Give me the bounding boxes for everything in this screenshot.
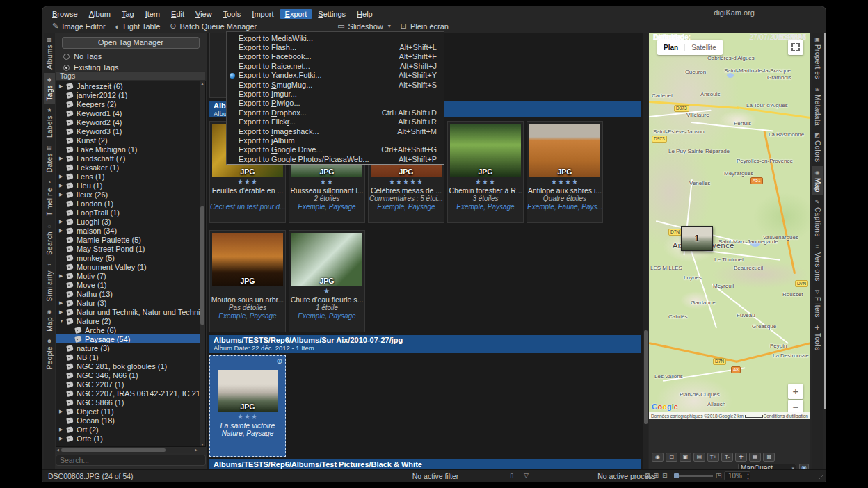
export-menu-item[interactable]: Export to Flash... Alt+Shift+L [227,42,444,51]
sidebar-tab[interactable]: ▽ Filters [812,285,823,321]
tag-tree-row[interactable]: NGC 2207, IRAS 06142-2121, IC 2163 [56,389,205,398]
star-rating[interactable]: ★★★★ [527,178,602,186]
star-rating[interactable]: ★★ [289,178,364,186]
tag-tree-row[interactable]: ▶ lieux (26) [56,190,205,199]
thumbnail-item[interactable]: JPG ★ Chute d'eau fleurie s... 1 étoile … [289,230,365,332]
tag-tree-row[interactable]: Move (1) [56,280,205,289]
expand-arrow-icon[interactable]: ▶ [59,427,66,432]
menu-item[interactable]: Import [246,9,279,19]
zoom-mode-icon[interactable]: ⊡ [662,472,668,479]
menu-item[interactable]: Help [351,9,378,19]
zoom-mode-icon[interactable]: ⊞ [654,472,659,479]
tag-tree-row[interactable]: ▶ Lens (1) [56,172,205,181]
expand-arrow-icon[interactable]: ▶ [59,83,66,89]
expand-arrow-icon[interactable]: ▶ [59,192,66,197]
map-tool-button[interactable]: ◉ [652,453,664,462]
resize-grip[interactable] [815,472,823,480]
tag-tree-row[interactable]: LoopTrail (1) [56,208,205,217]
tag-tree-row[interactable]: Paysage (54) [56,334,205,343]
expand-arrow-icon[interactable]: ▶ [59,436,66,441]
menu-item[interactable]: Settings [312,9,351,19]
tag-tree-row[interactable]: ▶ Landschaft (7) [56,154,205,163]
tag-tree-row[interactable]: Keepers (2) [56,99,205,108]
slideshow-button[interactable]: ▭ Slideshow ▾ [337,22,391,31]
tag-tree-row[interactable]: Lake Michigan (1) [56,145,205,154]
chevron-down-icon[interactable]: ▾ [388,23,391,29]
sidebar-tab[interactable]: ◆ Tags [44,73,55,104]
export-menu-item[interactable]: Export to jAlbum [227,136,444,145]
photo-map-marker[interactable]: 1 [681,226,713,251]
sidebar-tab[interactable]: ☻ People [44,334,55,373]
tag-tree-row[interactable]: ▶ Luoghi (3) [56,217,205,226]
expand-arrow-icon[interactable]: ▶ [59,409,66,414]
export-menu-item[interactable]: Export to Imageshack... Alt+Shift+M [227,127,444,136]
expand-arrow-icon[interactable]: ▶ [59,219,66,225]
tree-horizontal-scrollbar[interactable]: ◀ ▶ [56,448,198,453]
sidebar-tab[interactable]: ✚ Tools [812,321,823,354]
expand-arrow-icon[interactable]: ▶ [59,183,66,188]
map-tool-button[interactable]: ⊡ [666,453,677,462]
tag-tree-row[interactable]: ▶ Object (11) [56,407,205,416]
zoom-mode-icon[interactable]: ⊠ [645,472,650,479]
zoom-slider[interactable] [674,475,713,477]
tag-search-input[interactable] [56,455,206,466]
map-tool-button[interactable]: ⊠ [763,453,775,462]
map-satellite-button[interactable]: Satellite [684,44,723,51]
tag-tree-row[interactable]: ▶ Natur und Technik, Natur und Technik [56,307,205,316]
tag-tree-row[interactable]: ▼ Nature (2) [56,316,205,325]
menu-item[interactable]: View [190,9,218,19]
map-zoom-in-button[interactable]: + [788,384,803,399]
tag-tree-row[interactable]: nature (3) [56,343,205,352]
tag-tree-row[interactable]: Nathu (13) [56,289,205,298]
sidebar-tab[interactable]: ◉ Map [44,305,55,335]
content-vertical-scrollbar[interactable] [643,33,648,471]
tag-tree-row[interactable]: Arche (6) [56,325,205,334]
zoom-percent-dropdown[interactable]: 10% ▴▾ [724,471,750,480]
expand-arrow-icon[interactable]: ▶ [59,156,66,161]
menu-item[interactable]: Tools [218,9,247,19]
export-menu-item[interactable]: Export to Rajce.net... Alt+Shift+J [227,61,444,70]
tag-tree-row[interactable]: ▶ Ort (2) [56,425,205,434]
scrollbar-thumb[interactable] [644,330,648,424]
thumbnail-item[interactable]: JPG Mouton sous un arbr... Pas détoiles … [209,230,286,332]
tag-filter-radio[interactable]: No Tags [63,52,102,60]
spinner-arrows-icon[interactable]: ▴▾ [747,472,749,480]
terms-link[interactable]: Conditions d'utilisation [764,414,808,418]
tag-tree-row[interactable]: May Street Pond (1) [56,244,205,253]
sidebar-tab[interactable]: ◩ Colors [812,129,823,165]
zoom-slider-thumb[interactable] [674,473,679,478]
expand-arrow-icon[interactable]: ▶ [59,309,66,315]
tag-tree-row[interactable]: monkey (5) [56,253,205,262]
export-menu-item[interactable]: Export to Imgur... [227,89,444,98]
tag-tree-row[interactable]: ▶ Motiv (7) [56,271,205,280]
selected-thumbnail-item[interactable]: ⊕ JPG ★★★ La sainte victoire Nature, Pay… [209,355,286,457]
tag-tree-row[interactable]: janvier2012 (1) [56,90,205,99]
tag-tree-row[interactable]: ▶ Jahreszeit (6) [56,81,205,90]
menu-item[interactable]: Export [280,9,313,19]
tag-tree-row[interactable]: NB (1) [56,352,205,361]
tag-tree-row[interactable]: ▶ Lieu (1) [56,181,205,190]
sidebar-tab[interactable]: ◌ Search [44,220,55,259]
tag-tree-row[interactable]: Monument Valley (1) [56,262,205,271]
menu-item[interactable]: Edit [166,9,190,19]
tag-tree-row[interactable]: Mamie Paulette (5) [56,235,205,244]
fit-window-icon[interactable]: ◳ [716,472,722,479]
map-tool-button[interactable]: T+ [707,453,719,462]
export-menu-item[interactable]: Export to MediaWiki... [227,33,444,42]
sidebar-tab[interactable]: ≈ Similarity [44,259,55,305]
scroll-left-icon[interactable]: ◀ [56,448,59,452]
map-fullscreen-button[interactable] [788,40,803,55]
toolbar-button[interactable]: ✎ Image Editor [52,22,106,31]
tag-tree-row[interactable]: NGC 2207 (1) [56,380,205,389]
tag-tree-row[interactable]: ▶ Natur (3) [56,298,205,307]
tag-tree-row[interactable]: Keyword3 (1) [56,127,205,136]
star-rating[interactable]: ★★★ [210,413,285,421]
tag-tree-row[interactable]: ▶ Orte (1) [56,434,205,443]
map-tool-button[interactable]: ✚ [735,453,747,462]
map-view[interactable]: Cabrières-d'Aigues Cucuron Saint-Martin-… [649,33,810,419]
star-rating[interactable]: ★★★★★ [369,178,444,186]
tag-tree-row[interactable]: Océan (18) [56,416,205,425]
fullscreen-button[interactable]: ⊡ Plein écran [401,22,449,31]
sidebar-tab[interactable]: ▦ Albums [44,33,55,73]
map-tool-button[interactable]: ▤ [693,453,705,462]
